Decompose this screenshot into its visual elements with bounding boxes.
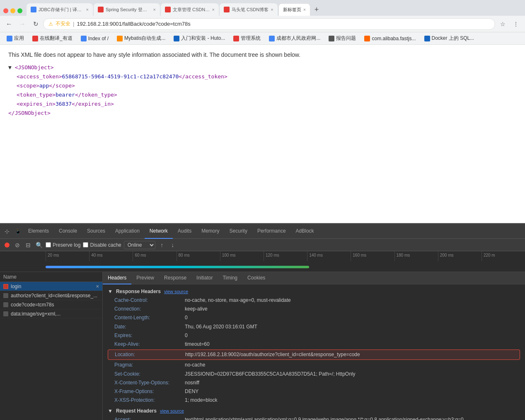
tab-adblock[interactable]: AdBlock xyxy=(291,224,319,239)
tab-4[interactable]: 马头笔 CSDN博客 × xyxy=(220,3,278,16)
header-row-location: Location: http://192.168.2.18:9002/oauth… xyxy=(108,350,520,360)
network-item-login[interactable]: login × xyxy=(0,282,102,291)
reload-button[interactable]: ↻ xyxy=(30,18,41,30)
filter-icon[interactable]: ⊟ xyxy=(24,241,32,249)
network-list: Name login × authorize?client_id=client&… xyxy=(0,272,103,420)
header-row-connection: Connection: keep-alive xyxy=(108,305,520,313)
detail-tab-initiator[interactable]: Initiator xyxy=(191,272,218,284)
header-value: timeout=60 xyxy=(185,340,210,348)
tab-1[interactable]: JDBC存储卡门 | 译教育 × xyxy=(27,3,93,16)
bookmark-youdao[interactable]: 在线翻译_有道 xyxy=(29,34,76,43)
tick-220ms: 220 m xyxy=(481,251,525,261)
timeline-progress-bar xyxy=(46,266,525,269)
tab-5-active[interactable]: 新标签页 × xyxy=(278,3,310,16)
tab-3[interactable]: 文章管理 CSDN博客 × xyxy=(161,3,219,16)
tab-elements[interactable]: Elements xyxy=(23,224,54,239)
traffic-light-red[interactable] xyxy=(3,8,8,13)
timeline-scale: 20 ms 40 ms 60 ms 80 ms 100 ms 120 ms 14… xyxy=(0,251,525,261)
network-item-authorize[interactable]: authorize?client_id=client&response_... xyxy=(0,291,102,300)
bookmark-docker[interactable]: Docker 上的 SQL... xyxy=(421,34,478,43)
preserve-log-checkbox[interactable]: Preserve log xyxy=(46,242,80,248)
bookmark-index[interactable]: Index of / xyxy=(77,35,112,42)
header-value-location: http://192.168.2.18:9002/oauth/authorize… xyxy=(185,351,360,359)
network-item-name-data: data:image/svg+xml,... xyxy=(11,311,60,317)
url-text: 192.168.2.18:9001/fallBack/code?code=tcm… xyxy=(77,21,190,27)
request-headers-arrow[interactable]: ▼ xyxy=(108,408,113,414)
header-name: Expires: xyxy=(114,332,185,340)
header-row-pragma: Pragma: no-cache xyxy=(108,361,520,369)
tick-100ms: 100 ms xyxy=(220,251,264,261)
tick-60ms: 60 ms xyxy=(133,251,176,261)
devtools-cursor-icon[interactable]: ⊹ xyxy=(2,226,12,237)
bookmark-huto[interactable]: 入门和安装 - Huto... xyxy=(170,34,228,43)
tab-security[interactable]: Security xyxy=(225,224,252,239)
network-item-name-authorize: authorize?client_id=client&response_... xyxy=(11,293,97,299)
record-button[interactable] xyxy=(3,241,11,249)
request-details: Headers Preview Response Initiator Timin… xyxy=(103,272,525,420)
disable-cache-checkbox[interactable]: Disable cache xyxy=(83,242,121,248)
tab-sources[interactable]: Sources xyxy=(82,224,110,239)
network-main: Name login × authorize?client_id=client&… xyxy=(0,272,525,420)
traffic-light-green[interactable] xyxy=(17,8,22,13)
import-icon[interactable]: ↑ xyxy=(158,241,166,249)
tab-5-close[interactable]: × xyxy=(303,7,306,12)
tab-5-title: 新标签页 xyxy=(283,7,301,13)
detail-tab-preview[interactable]: Preview xyxy=(131,272,159,284)
xml-line-2: <access_token>65868715-5964-4519-91c1-c1… xyxy=(17,72,517,81)
menu-button[interactable]: ⋮ xyxy=(510,18,522,30)
tab-bar: JDBC存储卡门 | 译教育 × Spring Security 登录加速定向 … xyxy=(0,0,525,16)
address-bar[interactable]: ⚠ 不安全 | 192.168.2.18:9001/fallBack/code?… xyxy=(43,18,495,30)
traffic-light-yellow[interactable] xyxy=(10,8,15,13)
devtools-panel: ⊹ 📱 Elements Console Sources Application… xyxy=(0,223,525,420)
export-icon[interactable]: ↓ xyxy=(169,241,177,249)
tab-audits[interactable]: Audits xyxy=(173,224,196,239)
detail-tab-cookies[interactable]: Cookies xyxy=(242,272,270,284)
new-tab-button[interactable]: + xyxy=(311,4,322,15)
clear-button[interactable]: ⊘ xyxy=(13,241,22,249)
header-row-content-length: Content-Length: 0 xyxy=(108,313,520,322)
bookmark-alibaba[interactable]: com.alibaba.fastjs... xyxy=(361,35,419,42)
tab-performance[interactable]: Performance xyxy=(252,224,291,239)
throttle-select[interactable]: Online Fast 3G Slow 3G Offline xyxy=(124,241,155,249)
arrow-icon[interactable]: ▼ xyxy=(8,64,12,70)
bookmark-button[interactable]: ☆ xyxy=(497,18,508,30)
header-value: no-cache, no-store, max-age=0, must-reva… xyxy=(185,296,291,304)
network-item-data[interactable]: data:image/svg+xml,... xyxy=(0,309,102,318)
xml-line-4: <token_type>bearer</token_type> xyxy=(17,90,517,100)
response-headers-view-source[interactable]: view source xyxy=(164,289,188,294)
close-x-login[interactable]: × xyxy=(96,283,99,289)
back-button[interactable]: ← xyxy=(3,18,15,30)
devtools-device-icon[interactable]: 📱 xyxy=(12,226,23,237)
header-value: JSESSIONID=02D97CB6FCDB3355C5CA1AA835D7D… xyxy=(185,370,356,378)
request-headers-view-source[interactable]: view source xyxy=(160,408,184,413)
bookmark-apps[interactable]: 应用 xyxy=(3,34,27,43)
timeline-area: 20 ms 40 ms 60 ms 80 ms 100 ms 120 ms 14… xyxy=(0,251,525,272)
tab-2[interactable]: Spring Security 登录加速定向 × xyxy=(94,3,160,16)
tab-application[interactable]: Application xyxy=(110,224,145,239)
tab-memory[interactable]: Memory xyxy=(196,224,224,239)
detail-tab-timing[interactable]: Timing xyxy=(218,272,242,284)
tab-1-close[interactable]: × xyxy=(86,7,89,12)
tab-console[interactable]: Console xyxy=(54,224,82,239)
bookmark-mybatis[interactable]: Mybatis自动生成... xyxy=(114,34,169,43)
tab-3-close[interactable]: × xyxy=(212,7,215,12)
header-name-accept: Accept: xyxy=(114,416,185,420)
bookmark-chengdu[interactable]: 成都市人民政府网... xyxy=(266,34,324,43)
response-headers-arrow[interactable]: ▼ xyxy=(108,289,113,294)
header-row-accept: Accept: text/html,application/xhtml+xml,… xyxy=(108,415,520,420)
search-icon[interactable]: 🔍 xyxy=(35,241,43,249)
devtools-tab-bar: ⊹ 📱 Elements Console Sources Application… xyxy=(0,224,525,239)
detail-tab-response[interactable]: Response xyxy=(159,272,191,284)
bookmark-admin[interactable]: 管理系统 xyxy=(230,34,264,43)
header-value: 0 xyxy=(185,332,188,340)
bookmark-report[interactable]: 报告问题 xyxy=(325,34,359,43)
network-item-code[interactable]: code?code=tcm78s xyxy=(0,300,102,309)
tab-4-close[interactable]: × xyxy=(271,7,273,12)
tab-2-close[interactable]: × xyxy=(153,7,156,12)
detail-tab-headers[interactable]: Headers xyxy=(103,272,131,284)
tab-network[interactable]: Network xyxy=(145,224,173,239)
forward-button[interactable]: → xyxy=(17,18,28,30)
network-item-icon-login xyxy=(3,284,8,289)
request-headers-title-row: ▼ Request Headers view source xyxy=(108,408,520,414)
xml-notice: This XML file does not appear to have an… xyxy=(8,51,517,58)
